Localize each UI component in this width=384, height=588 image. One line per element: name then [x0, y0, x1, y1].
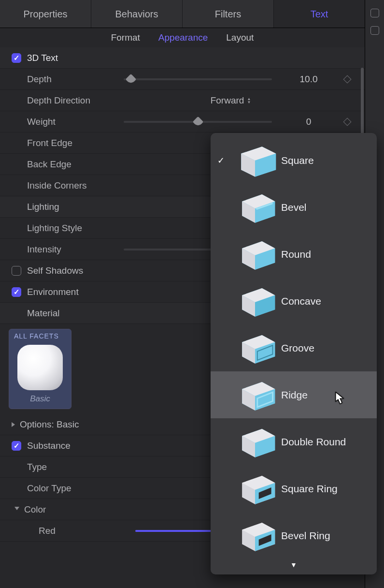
edge-icon-concave: [229, 281, 281, 321]
checkbox-self-shadows[interactable]: [12, 266, 21, 276]
checkbox-environment[interactable]: [12, 287, 21, 297]
tab-filters[interactable]: Filters: [183, 0, 274, 28]
popup-label: Concave: [281, 295, 321, 307]
popup-label: Bevel Ring: [281, 530, 330, 542]
popup-label: Double Round: [281, 436, 346, 448]
popup-item-groove[interactable]: Groove: [211, 324, 377, 371]
edge-style-popup: ✓ Square Bevel Round Concave Groove: [211, 133, 377, 574]
slider-depth[interactable]: [124, 78, 272, 80]
facet-title: ALL FACETS: [9, 329, 71, 343]
label-intensity: Intensity: [27, 244, 124, 255]
row-3d-text[interactable]: 3D Text: [0, 47, 365, 69]
facet-thumbnail[interactable]: [17, 345, 63, 390]
label-material: Material: [27, 308, 60, 319]
popup-label: Square: [281, 155, 314, 166]
keyframe-depth[interactable]: [338, 74, 357, 85]
checkmark-icon: ✓: [217, 155, 229, 166]
edge-icon-ridge: [229, 375, 281, 415]
label-color: Color: [24, 504, 189, 515]
subtab-appearance[interactable]: Appearance: [158, 28, 208, 47]
row-weight: Weight 0: [0, 111, 365, 132]
value-depth-direction[interactable]: Forward: [211, 95, 244, 106]
label-environment: Environment: [27, 287, 79, 297]
gutter-checkbox-2[interactable]: [370, 26, 379, 35]
popup-item-bevel[interactable]: Bevel: [211, 184, 377, 231]
material-facet-card[interactable]: ALL FACETS Basic: [9, 329, 71, 409]
edge-icon-bevel: [229, 188, 281, 227]
edge-icon-square-ring: [229, 469, 281, 509]
row-depth-direction: Depth Direction Forward ▲▼: [0, 90, 365, 111]
disclosure-options-icon[interactable]: [12, 422, 15, 427]
tab-properties[interactable]: Properties: [0, 0, 91, 28]
popup-item-concave[interactable]: Concave: [211, 278, 377, 324]
value-weight[interactable]: 0: [280, 117, 338, 127]
checkbox-substance[interactable]: [12, 441, 21, 451]
label-depth-direction: Depth Direction: [27, 95, 124, 106]
popup-label: Bevel: [281, 202, 307, 213]
value-depth[interactable]: 10.0: [280, 74, 338, 85]
popup-label: Ridge: [281, 389, 308, 401]
popup-item-square[interactable]: ✓ Square: [211, 137, 377, 184]
subtab-layout[interactable]: Layout: [226, 28, 254, 47]
scroll-thumb[interactable]: [361, 68, 364, 140]
label-weight: Weight: [27, 117, 124, 127]
stepper-icon[interactable]: ▲▼: [247, 97, 251, 104]
label-lighting: Lighting: [27, 202, 59, 212]
mouse-cursor-icon: [335, 392, 345, 404]
popup-scroll-down-icon[interactable]: ▼: [211, 559, 377, 571]
inspector-tabs: Properties Behaviors Filters Text: [0, 0, 365, 28]
keyframe-weight[interactable]: [338, 117, 357, 127]
text-subtabs: Format Appearance Layout: [0, 28, 365, 47]
edge-icon-square: [229, 141, 281, 180]
row-depth: Depth 10.0: [0, 69, 365, 90]
popup-item-square-ring[interactable]: Square Ring: [211, 465, 377, 512]
facet-label: Basic: [9, 394, 71, 409]
tab-behaviors[interactable]: Behaviors: [91, 0, 183, 28]
gutter-checkbox-1[interactable]: [370, 9, 379, 17]
label-substance: Substance: [27, 441, 71, 451]
popup-label: Square Ring: [281, 483, 338, 495]
edge-icon-double-round: [229, 422, 281, 462]
checkbox-3d-text[interactable]: [12, 53, 21, 63]
label-self-shadows: Self Shadows: [27, 265, 83, 276]
edge-icon-round: [229, 235, 281, 274]
label-depth: Depth: [27, 74, 124, 85]
label-3d-text: 3D Text: [27, 53, 58, 63]
label-options: Options: Basic: [20, 419, 79, 430]
tab-text[interactable]: Text: [274, 0, 365, 28]
popup-label: Groove: [281, 342, 314, 354]
edge-icon-bevel-ring: [229, 516, 281, 556]
popup-item-round[interactable]: Round: [211, 231, 377, 278]
popup-item-double-round[interactable]: Double Round: [211, 418, 377, 465]
label-front-edge: Front Edge: [27, 138, 124, 148]
popup-label: Round: [281, 249, 311, 260]
subtab-format[interactable]: Format: [111, 28, 140, 47]
label-back-edge: Back Edge: [27, 159, 124, 170]
label-red: Red: [39, 526, 135, 536]
popup-item-ridge[interactable]: Ridge: [211, 371, 377, 418]
disclosure-color-icon[interactable]: [14, 507, 19, 513]
edge-icon-groove: [229, 328, 281, 368]
slider-weight[interactable]: [124, 121, 272, 123]
popup-item-bevel-ring[interactable]: Bevel Ring: [211, 512, 377, 559]
